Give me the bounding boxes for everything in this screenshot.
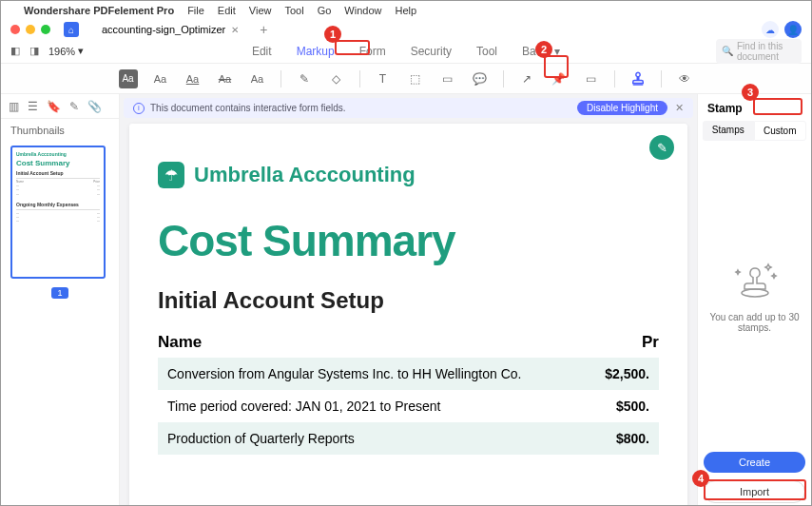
menu-help[interactable]: Help — [395, 5, 416, 16]
menu-edit[interactable]: Edit — [218, 5, 236, 16]
textbox-icon[interactable]: T — [374, 69, 393, 88]
mode-edit[interactable]: Edit — [248, 43, 276, 60]
col-name: Name — [158, 333, 592, 352]
sidebar-toggle-icon[interactable]: ◧ — [10, 45, 20, 57]
document-tab[interactable]: accounting-sign_Optimizer ✕ — [94, 22, 246, 37]
mac-menubar: Wondershare PDFelement Pro File Edit Vie… — [1, 1, 811, 20]
table-row: Production of Quarterly Reports $800. — [158, 422, 659, 455]
floating-sign-button[interactable]: ✎ — [649, 135, 674, 160]
doc-heading-1: Cost Summary — [158, 215, 659, 266]
text-tool-aa-1[interactable]: Aa — [151, 69, 170, 88]
col-price: Pr — [592, 333, 659, 352]
page-thumbnail[interactable]: Umbrella Acccounting Cost Summary Initia… — [10, 146, 106, 279]
menu-file[interactable]: File — [187, 5, 204, 16]
outline-tab-icon[interactable]: ☰ — [28, 100, 38, 113]
cost-table: Name Pr Conversion from Angular Systems … — [158, 327, 659, 455]
thumb-brand: Umbrella Acccounting — [16, 151, 100, 157]
window-titlebar: ⌂ accounting-sign_Optimizer ✕ + ☁ 👤 — [1, 20, 811, 39]
stamp-empty-state: You can add up to 30 stamps. — [698, 141, 811, 448]
mode-tabs: Edit Markup Form Security Tool Batch ▾ — [248, 43, 564, 60]
chevron-down-icon: ▾ — [78, 45, 84, 57]
callout-balloon-4: 4 — [692, 470, 709, 487]
underline-icon[interactable]: Aa — [184, 69, 203, 88]
search-placeholder: Find in this document — [737, 41, 796, 62]
mode-form[interactable]: Form — [356, 43, 390, 60]
left-panel-title: Thumbnails — [1, 119, 119, 142]
search-input[interactable]: 🔍 Find in this document — [716, 39, 802, 64]
tab-stamps[interactable]: Stamps — [703, 121, 754, 141]
window-zoom-icon[interactable] — [41, 25, 50, 34]
highlight-block-icon[interactable]: Aa — [119, 69, 138, 88]
brand-logo-icon: ☂ — [158, 162, 184, 188]
eraser-icon[interactable]: ◇ — [327, 69, 346, 88]
page-number-badge: 1 — [51, 287, 68, 299]
import-stamp-button[interactable]: Import — [704, 480, 805, 503]
mode-security[interactable]: Security — [407, 43, 455, 60]
eye-icon[interactable]: 👁 — [675, 69, 694, 88]
callout-icon[interactable]: ⬚ — [406, 69, 425, 88]
window-minimize-icon[interactable] — [26, 25, 35, 34]
mode-tool[interactable]: Tool — [473, 43, 501, 60]
thumb-title: Cost Summary — [16, 159, 100, 167]
arrow-icon[interactable]: ↗ — [517, 69, 536, 88]
toolbar-separator — [661, 70, 662, 88]
shape-icon[interactable]: ▭ — [582, 69, 601, 88]
document-viewport: i This document contains interactive for… — [120, 94, 697, 506]
strikethrough-icon[interactable]: Aa — [216, 69, 235, 88]
attachments-tab-icon[interactable]: 📎 — [87, 100, 102, 113]
disable-highlight-button[interactable]: Disable Highlight — [577, 101, 667, 115]
svg-point-1 — [742, 289, 768, 297]
zoom-control[interactable]: 196% ▾ — [48, 45, 84, 57]
note-icon[interactable]: ▭ — [438, 69, 457, 88]
callout-balloon-3: 3 — [742, 84, 759, 101]
right-sidebar-stamp: Stamp Stamps Custom You can add up to 30… — [697, 94, 811, 506]
menu-window[interactable]: Window — [344, 5, 381, 16]
toolbar-separator — [503, 70, 504, 88]
callout-balloon-1: 1 — [324, 26, 341, 43]
mode-markup[interactable]: Markup — [293, 43, 338, 60]
bookmark-tab-icon[interactable]: 🔖 — [47, 100, 61, 113]
left-sidebar: ▥ ☰ 🔖 ✎ 📎 Thumbnails Umbrella Acccountin… — [1, 94, 120, 506]
toolbar-separator — [359, 70, 360, 88]
markup-toolbar: Aa Aa Aa Aa Aa ✎ ◇ T ⬚ ▭ 💬 ↗ 📌 ▭ 👁 — [1, 64, 811, 94]
tab-close-icon[interactable]: ✕ — [231, 25, 239, 35]
doc-heading-2: Initial Account Setup — [158, 287, 659, 314]
toolbar-separator — [280, 70, 281, 88]
user-avatar-icon[interactable]: 👤 — [784, 21, 802, 38]
form-fields-notice: i This document contains interactive for… — [124, 98, 693, 118]
zoom-value: 196% — [48, 46, 75, 57]
annotations-tab-icon[interactable]: ✎ — [69, 100, 79, 113]
chevron-down-icon: ▾ — [554, 45, 560, 58]
toolbar-subbar: ◧ ◨ 196% ▾ Edit Markup Form Security Too… — [1, 39, 811, 64]
stamp-tool-icon[interactable] — [628, 69, 648, 88]
document-tab-label: accounting-sign_Optimizer — [102, 24, 225, 35]
stamp-illustration-icon — [728, 257, 782, 302]
menu-go[interactable]: Go — [318, 5, 332, 16]
table-row: Time period covered: JAN 01, 2021 to Pre… — [158, 390, 659, 422]
comment-icon[interactable]: 💬 — [471, 69, 490, 88]
search-icon: 🔍 — [722, 46, 733, 56]
new-tab-button[interactable]: + — [260, 22, 267, 37]
menubar-app-title: Wondershare PDFelement Pro — [24, 5, 174, 16]
notice-close-icon[interactable]: ✕ — [675, 102, 684, 114]
menu-view[interactable]: View — [249, 5, 272, 16]
cloud-icon[interactable]: ☁ — [762, 21, 779, 38]
panel-toggle-icon[interactable]: ◨ — [29, 45, 39, 57]
brand-name: Umbrella Acccounting — [194, 163, 416, 187]
text-tool-aa-2[interactable]: Aa — [248, 69, 267, 88]
document-page[interactable]: ✎ ☂ Umbrella Acccounting Cost Summary In… — [129, 124, 687, 506]
table-row: Conversion from Angular Systems Inc. to … — [158, 358, 659, 390]
toolbar-separator — [614, 70, 615, 88]
create-stamp-button[interactable]: Create — [704, 452, 805, 473]
thumbnails-tab-icon[interactable]: ▥ — [9, 100, 19, 113]
pencil-icon[interactable]: ✎ — [295, 69, 314, 88]
window-close-icon[interactable] — [10, 25, 20, 34]
menu-tool[interactable]: Tool — [284, 5, 303, 16]
tab-custom[interactable]: Custom — [754, 121, 807, 141]
info-icon: i — [133, 103, 145, 114]
stamp-empty-text: You can add up to 30 stamps. — [707, 312, 802, 333]
app-logo-icon: ⌂ — [64, 22, 79, 37]
callout-balloon-2: 2 — [535, 41, 552, 58]
notice-text: This document contains interactive form … — [150, 103, 346, 113]
pin-icon[interactable]: 📌 — [550, 69, 569, 88]
